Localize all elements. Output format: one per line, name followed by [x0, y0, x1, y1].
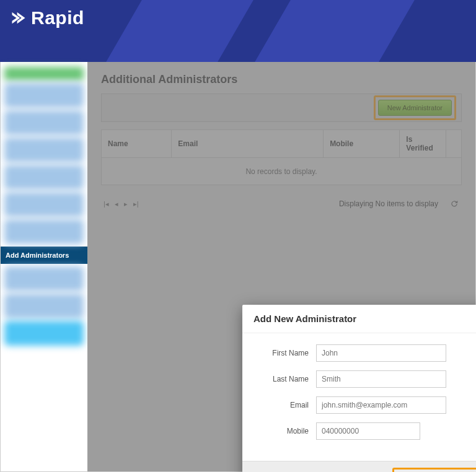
sidebar: Add Administrators	[1, 62, 87, 471]
rapid-logo-icon	[10, 9, 27, 27]
modal-title: Add New Administrator	[253, 313, 356, 324]
sidebar-item-blurred	[4, 321, 84, 346]
add-admin-modal: Add New Administrator ✕ First Name Last …	[242, 305, 476, 472]
brand-name: Rapid	[31, 7, 84, 28]
sidebar-item-blurred	[4, 294, 84, 318]
last-name-field[interactable]	[316, 370, 446, 388]
first-name-field[interactable]	[316, 344, 446, 362]
label-first-name: First Name	[257, 349, 316, 357]
highlight-submit: Add New Administrator	[392, 468, 476, 472]
brand-logo: Rapid	[10, 7, 84, 28]
sidebar-item-blurred	[4, 165, 84, 190]
sidebar-item-blurred	[4, 138, 84, 162]
sidebar-item-add-administrators[interactable]: Add Administrators	[1, 247, 87, 264]
sidebar-item-blurred	[4, 266, 84, 291]
label-last-name: Last Name	[257, 375, 316, 383]
sidebar-item-blurred	[4, 110, 84, 135]
mobile-field[interactable]	[316, 422, 420, 440]
email-field[interactable]	[316, 396, 446, 414]
sidebar-item-blurred	[4, 192, 84, 217]
app-header: Rapid	[0, 0, 476, 62]
label-mobile: Mobile	[257, 427, 316, 435]
sidebar-item-blurred	[4, 83, 84, 108]
label-email: Email	[257, 401, 316, 409]
sidebar-item-blurred	[4, 219, 84, 244]
main-content: Additional Administrators New Administra…	[87, 62, 475, 471]
sidebar-item-blurred	[4, 67, 84, 81]
